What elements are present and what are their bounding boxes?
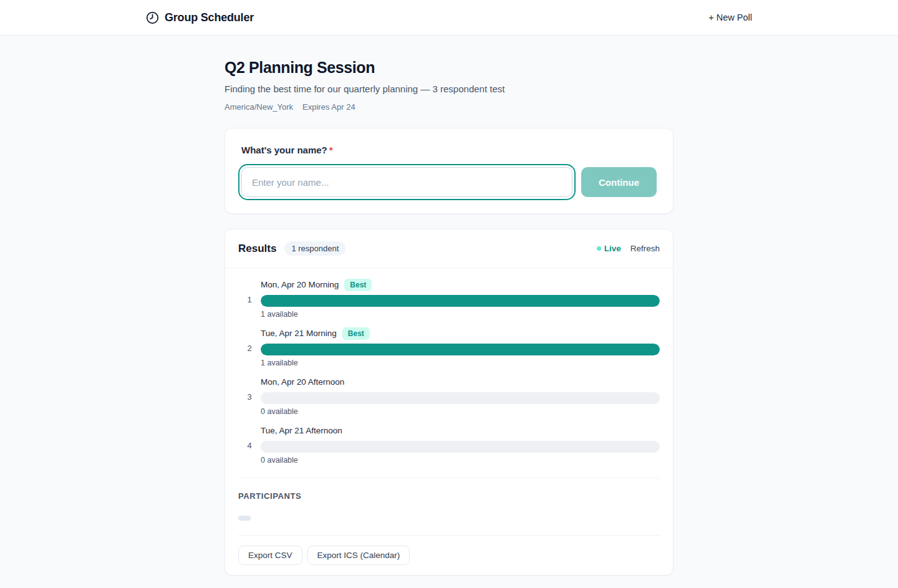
export-ics-button[interactable]: Export ICS (Calendar) — [307, 546, 410, 565]
poll-timezone: America/New_York — [224, 102, 293, 112]
slot-label-row: Tue, Apr 21 Morning Best — [261, 327, 660, 340]
continue-button[interactable]: Continue — [581, 167, 657, 197]
best-badge: Best — [344, 279, 372, 291]
app-header: Group Scheduler + New Poll — [0, 0, 898, 36]
slot-label-row: Mon, Apr 20 Afternoon — [261, 375, 660, 388]
poll-title: Q2 Planning Session — [224, 59, 674, 77]
slot-label: Tue, Apr 21 Afternoon — [261, 426, 342, 435]
slot-body: Mon, Apr 20 Afternoon 0 available — [261, 375, 660, 416]
export-csv-button[interactable]: Export CSV — [238, 546, 302, 565]
slot-list: 1 Mon, Apr 20 Morning Best 1 available 2 — [225, 268, 673, 478]
results-title: Results — [238, 243, 276, 255]
slot-row: 1 Mon, Apr 20 Morning Best 1 available — [238, 278, 660, 319]
results-header: Results 1 respondent Live Refresh — [225, 229, 673, 268]
best-badge: Best — [342, 327, 370, 340]
slot-available-count: 1 available — [261, 359, 660, 367]
slot-body: Tue, Apr 21 Morning Best 1 available — [261, 327, 660, 367]
slot-label: Mon, Apr 20 Afternoon — [261, 377, 344, 387]
refresh-button[interactable]: Refresh — [630, 244, 660, 253]
name-input[interactable] — [241, 167, 572, 197]
availability-bar — [261, 344, 660, 355]
slot-body: Tue, Apr 21 Afternoon 0 available — [261, 424, 660, 465]
app-title: Group Scheduler — [165, 11, 254, 24]
export-row: Export CSV Export ICS (Calendar) — [225, 536, 673, 575]
availability-bar — [261, 441, 660, 453]
slot-label-row: Tue, Apr 21 Afternoon — [261, 424, 660, 437]
name-form-card: What's your name?* Continue — [224, 128, 674, 214]
name-label: What's your name? — [241, 145, 327, 155]
slot-body: Mon, Apr 20 Morning Best 1 available — [261, 278, 660, 319]
participants-section: PARTICIPANTS — [225, 478, 673, 535]
slot-rank: 1 — [238, 278, 261, 319]
slot-label: Tue, Apr 21 Morning — [261, 329, 337, 338]
results-header-left: Results 1 respondent — [238, 241, 345, 256]
availability-bar — [261, 295, 660, 307]
slot-rank: 2 — [238, 327, 261, 367]
availability-bar-fill — [261, 295, 660, 307]
live-label: Live — [604, 244, 621, 253]
availability-bar-fill — [261, 344, 660, 355]
slot-rank: 4 — [238, 424, 261, 465]
poll-meta: America/New_York Expires Apr 24 — [224, 102, 674, 112]
respondent-count-badge: 1 respondent — [284, 241, 345, 256]
header-inner: Group Scheduler + New Poll — [146, 0, 752, 35]
slot-available-count: 0 available — [261, 456, 660, 465]
slot-label: Mon, Apr 20 Morning — [261, 280, 339, 289]
slot-row: 3 Mon, Apr 20 Afternoon 0 available — [238, 375, 660, 416]
slot-available-count: 0 available — [261, 407, 660, 416]
brand: Group Scheduler — [146, 11, 254, 24]
results-header-right: Live Refresh — [597, 244, 660, 253]
participant-chip-empty — [238, 516, 251, 521]
clock-icon — [146, 11, 159, 24]
live-dot-icon — [597, 246, 601, 251]
results-card: Results 1 respondent Live Refresh 1 Mon,… — [224, 229, 674, 576]
availability-bar — [261, 392, 660, 404]
slot-row: 2 Tue, Apr 21 Morning Best 1 available — [238, 327, 660, 367]
slot-label-row: Mon, Apr 20 Morning Best — [261, 278, 660, 291]
slot-row: 4 Tue, Apr 21 Afternoon 0 available — [238, 424, 660, 465]
poll-description: Finding the best time for our quarterly … — [224, 84, 674, 94]
poll-expiry: Expires Apr 24 — [302, 102, 355, 112]
participants-title: PARTICIPANTS — [238, 491, 660, 501]
main-content: Q2 Planning Session Finding the best tim… — [224, 36, 674, 588]
slot-available-count: 1 available — [261, 310, 660, 319]
new-poll-button[interactable]: + New Poll — [708, 12, 752, 22]
name-label-row: What's your name?* — [241, 145, 657, 156]
name-input-row: Continue — [241, 167, 657, 197]
slot-rank: 3 — [238, 375, 261, 416]
required-asterisk: * — [329, 145, 333, 155]
live-indicator: Live — [597, 244, 621, 253]
